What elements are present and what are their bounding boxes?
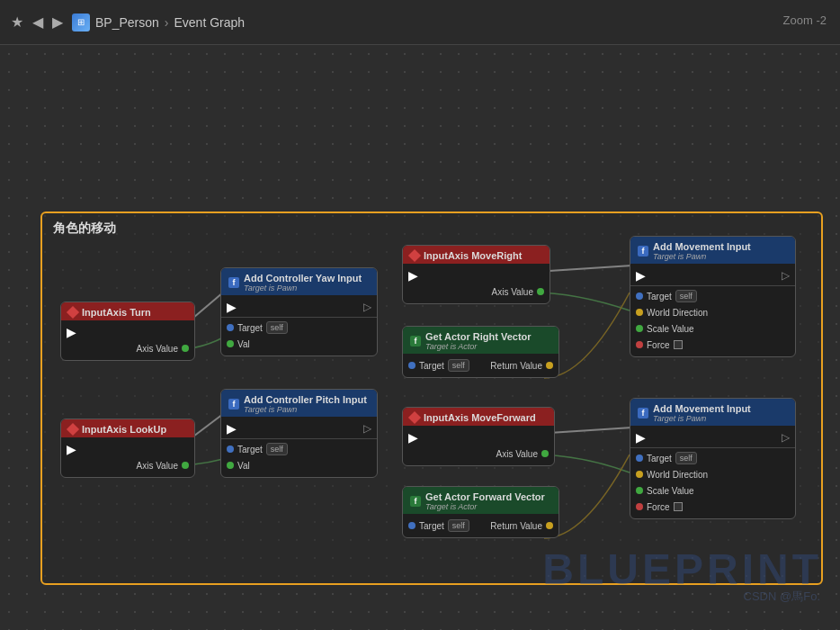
axis-value-label: Axis Value <box>496 449 538 459</box>
node-subtitle: Target is Pawn <box>244 405 367 414</box>
zoom-label: Zoom -2 <box>783 14 827 27</box>
blueprint-icon: ⊞ <box>72 14 90 32</box>
axis-value-label: Axis Value <box>136 461 178 471</box>
target-label: Target <box>237 323 263 333</box>
target-pin[interactable] <box>636 454 643 462</box>
func-icon: f <box>228 277 239 288</box>
self-tag: self <box>448 519 469 532</box>
exec-in-pin[interactable]: ▶ <box>227 422 237 435</box>
force-label: Force <box>647 502 670 512</box>
self-tag: self <box>266 321 288 334</box>
exec-out-pin[interactable]: ▶ <box>67 326 76 338</box>
node-subtitle: Target is Actor <box>425 502 545 511</box>
target-label: Target <box>419 361 444 371</box>
target-label: Target <box>237 445 263 454</box>
self-tag: self <box>448 359 469 372</box>
axis-value-label: Axis Value <box>491 287 533 297</box>
node-title: Add Movement Input <box>653 241 751 252</box>
node-title: Add Controller Pitch Input <box>244 394 367 405</box>
force-pin[interactable] <box>636 341 643 348</box>
node-title: InputAxis MoveRight <box>424 250 522 261</box>
exec-out-pin[interactable]: ▶ <box>408 269 418 282</box>
scale-pin[interactable] <box>636 487 643 494</box>
target-pin[interactable] <box>636 292 643 300</box>
target-pin[interactable] <box>408 522 416 529</box>
func-icon: f <box>228 399 239 410</box>
axis-value-pin[interactable] <box>537 288 544 295</box>
node-get-right-vector[interactable]: f Get Actor Right Vector Target is Actor… <box>402 326 559 378</box>
node-add-movement-top[interactable]: f Add Movement Input Target is Pawn ▶ ▷ … <box>630 236 796 357</box>
event-diamond-icon <box>67 423 79 436</box>
node-title: Get Actor Forward Vector <box>425 491 545 502</box>
blueprint-canvas[interactable]: 角色的移动 InputAxis Turn ▶ Axis Value f Add … <box>0 45 840 630</box>
target-label: Target <box>419 521 444 531</box>
event-diamond-icon <box>408 411 421 424</box>
forward-icon[interactable]: ▶ <box>52 14 63 31</box>
node-add-yaw[interactable]: f Add Controller Yaw Input Target is Paw… <box>220 267 378 356</box>
force-checkbox[interactable] <box>674 340 683 349</box>
world-dir-pin[interactable] <box>636 471 643 478</box>
node-add-movement-bottom[interactable]: f Add Movement Input Target is Pawn ▶ ▷ … <box>630 398 796 519</box>
force-checkbox[interactable] <box>674 502 683 511</box>
axis-value-pin[interactable] <box>541 450 549 457</box>
node-title: InputAxis Turn <box>82 307 151 318</box>
watermark-sub: CSDN @馬Fo. <box>744 589 820 605</box>
target-pin[interactable] <box>227 446 234 453</box>
node-title: Add Movement Input <box>653 403 751 414</box>
target-pin[interactable] <box>408 362 416 369</box>
val-pin[interactable] <box>227 462 234 469</box>
exec-out-pin[interactable]: ▶ <box>67 443 76 455</box>
node-subtitle: Target is Pawn <box>244 284 362 292</box>
scale-pin[interactable] <box>636 325 643 332</box>
toolbar: ★ ◀ ▶ ⊞ BP_Person › Event Graph Zoom -2 <box>0 0 840 45</box>
node-subtitle: Target is Pawn <box>653 252 751 261</box>
func-icon: f <box>410 496 421 507</box>
node-input-turn[interactable]: InputAxis Turn ▶ Axis Value <box>60 302 195 361</box>
force-pin[interactable] <box>636 503 643 510</box>
exec-in-pin[interactable]: ▶ <box>227 301 237 313</box>
return-pin[interactable] <box>546 522 553 529</box>
return-label: Return Value <box>490 521 542 531</box>
axis-value-pin[interactable] <box>182 462 189 469</box>
scale-label: Scale Value <box>647 324 694 334</box>
node-subtitle: Target is Pawn <box>653 414 751 423</box>
node-input-lookup[interactable]: InputAxis LookUp ▶ Axis Value <box>60 418 195 478</box>
node-get-forward-vector[interactable]: f Get Actor Forward Vector Target is Act… <box>402 486 559 538</box>
target-label: Target <box>647 292 672 302</box>
world-dir-pin[interactable] <box>636 309 643 316</box>
target-pin[interactable] <box>227 324 234 331</box>
exec-out-pin[interactable]: ▶ <box>408 431 418 444</box>
self-tag: self <box>266 443 288 455</box>
return-pin[interactable] <box>546 362 553 369</box>
axis-value-label: Axis Value <box>136 344 178 354</box>
star-icon[interactable]: ★ <box>11 14 23 31</box>
val-pin[interactable] <box>227 340 234 347</box>
node-input-moveright[interactable]: InputAxis MoveRight ▶ Axis Value <box>402 245 550 304</box>
exec-out-arrow: ▷ <box>363 422 371 435</box>
self-tag: self <box>675 452 697 464</box>
breadcrumb-separator: › <box>165 15 169 30</box>
exec-out-arrow: ▷ <box>782 431 790 444</box>
node-input-moveforward[interactable]: InputAxis MoveForward ▶ Axis Value <box>402 407 555 466</box>
exec-in-pin[interactable]: ▶ <box>636 269 646 282</box>
event-diamond-icon <box>408 249 421 262</box>
return-label: Return Value <box>490 361 542 371</box>
node-add-pitch[interactable]: f Add Controller Pitch Input Target is P… <box>220 389 378 478</box>
group-label: 角色的移动 <box>53 220 116 237</box>
world-dir-label: World Direction <box>647 470 708 480</box>
graph-name[interactable]: Event Graph <box>174 15 246 30</box>
self-tag: self <box>675 290 697 302</box>
exec-out-arrow: ▷ <box>363 301 371 313</box>
bp-name[interactable]: BP_Person <box>95 15 159 30</box>
exec-in-pin[interactable]: ▶ <box>636 431 646 444</box>
node-title: Add Controller Yaw Input <box>244 273 362 284</box>
scale-label: Scale Value <box>647 486 694 496</box>
node-title: InputAxis MoveForward <box>424 412 536 423</box>
val-label: Val <box>237 339 250 349</box>
node-title: Get Actor Right Vector <box>425 331 532 342</box>
back-icon[interactable]: ◀ <box>32 14 43 31</box>
target-label: Target <box>647 454 672 464</box>
axis-value-pin[interactable] <box>182 345 189 352</box>
func-icon: f <box>410 336 421 346</box>
force-label: Force <box>647 340 670 350</box>
